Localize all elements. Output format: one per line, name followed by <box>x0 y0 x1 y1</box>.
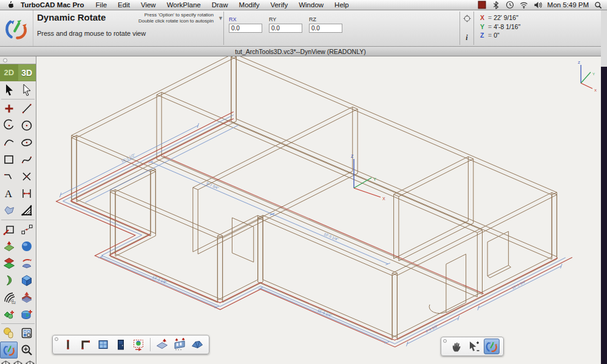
palette-tool-curve-tool[interactable] <box>0 134 18 151</box>
drawing-canvas[interactable]: 16'-1 1/2"9'-7 3/4"10'-5 1/4"10'-1 3/4"4… <box>36 56 601 364</box>
mode-2d-button[interactable]: 2D <box>0 64 18 81</box>
palette-tool-polyline-tool[interactable] <box>0 168 18 185</box>
tool-hint-1: Press 'Option' to specify rotation <box>138 12 214 18</box>
ucs-origin-axes: ZYX <box>351 154 385 201</box>
palette-tool-spline-tool[interactable] <box>18 151 35 168</box>
svg-text:X: X <box>594 89 597 92</box>
bluetooth-icon[interactable] <box>492 1 500 9</box>
palette-close-dot[interactable] <box>3 58 7 62</box>
palette-tool-sphere-tool[interactable] <box>18 238 35 255</box>
menu-draw[interactable]: Draw <box>206 1 234 8</box>
view-orientation-axes: ZYX <box>578 61 597 92</box>
time-machine-icon[interactable] <box>506 1 514 9</box>
mode-3d-button[interactable]: 3D <box>18 64 36 81</box>
tool-options-bar: Dynamic Rotate Press 'Option' to specify… <box>0 10 601 47</box>
arch-bar-wallwin-icon[interactable] <box>172 337 188 352</box>
arch-bar-wall-icon[interactable] <box>60 337 76 352</box>
slab-lines <box>56 112 572 347</box>
svg-text:Y: Y <box>373 177 376 181</box>
field-input-rz[interactable] <box>309 24 342 33</box>
palette-tool-grid-tool[interactable] <box>18 325 35 342</box>
arch-bar-slab-icon[interactable] <box>154 337 170 352</box>
palette-tool-hatch-tool[interactable] <box>18 202 35 219</box>
tool-status-text: Press and drag mouse to rotate view <box>37 30 221 37</box>
palette-tool-nodes-tool[interactable] <box>18 221 35 238</box>
coord-y: Y=4'-8 1/16" <box>480 22 520 32</box>
palette-tool-push-tool[interactable] <box>18 289 35 306</box>
nav-bar-zoomsel-icon[interactable] <box>466 339 482 354</box>
svg-text:10'-5 1/4": 10'-5 1/4" <box>324 232 339 242</box>
apple-menu[interactable] <box>4 0 16 10</box>
coord-x: X=22' 9/16" <box>480 13 520 22</box>
dynamic-rotate-icon <box>0 10 33 46</box>
palette-tool-plane-tool[interactable] <box>0 238 18 255</box>
app-menu-title[interactable]: TurboCAD Mac Pro <box>21 1 84 8</box>
spotlight-icon[interactable] <box>594 1 602 9</box>
svg-text:Z: Z <box>351 154 354 158</box>
palette-tool-dim-tool[interactable] <box>18 185 35 202</box>
document-title-bar[interactable]: tut_ArchTools3D.vc3*--DynView (READONLY) <box>0 47 601 56</box>
palette-tool-line-tool[interactable] <box>18 100 35 117</box>
palette-tool-direct-arrow[interactable] <box>18 81 35 98</box>
wifi-icon[interactable] <box>520 1 528 9</box>
apple-icon <box>8 1 13 8</box>
chevron-down-icon[interactable]: ▼ <box>218 15 223 21</box>
svg-text:G2: G2 <box>12 301 16 305</box>
screen-edge-strip <box>601 67 607 364</box>
arch-bar-door-icon[interactable] <box>113 337 129 352</box>
gear-icon[interactable] <box>463 15 471 22</box>
nav-bar-pan-icon[interactable] <box>449 339 464 354</box>
menu-window[interactable]: Window <box>293 1 329 8</box>
menu-file[interactable]: File <box>90 1 113 8</box>
record-icon[interactable] <box>478 1 486 9</box>
palette-tool-select-arrow[interactable] <box>0 81 18 98</box>
arch-bar-window-icon[interactable] <box>95 337 111 352</box>
menu-workplane[interactable]: WorkPlane <box>161 1 206 8</box>
palette-tool-stack-tool[interactable] <box>0 255 18 272</box>
arch-bar-insert-icon[interactable] <box>131 337 146 352</box>
palette-tool-bool-green[interactable] <box>0 306 18 323</box>
view-cube-button-2[interactable] <box>12 359 24 364</box>
menu-view[interactable]: View <box>135 1 161 8</box>
volume-icon[interactable] <box>534 1 542 9</box>
toolbar-handle[interactable] <box>55 337 58 341</box>
svg-text:4'-4 3/8": 4'-4 3/8" <box>425 324 438 333</box>
arch-bar-corner-icon[interactable] <box>78 337 93 352</box>
menu-clock[interactable]: Mon 5:49 PM <box>548 1 589 8</box>
palette-tool-arc-tool[interactable] <box>0 117 18 134</box>
palette-tool-bool-cyl[interactable] <box>18 306 35 323</box>
menu-verify[interactable]: Verify <box>265 1 293 8</box>
palette-tool-plus-tool[interactable] <box>0 100 18 117</box>
menu-modify[interactable]: Modify <box>234 1 265 8</box>
palette-tool-cross-tool[interactable] <box>18 168 35 185</box>
info-icon[interactable]: i <box>466 33 467 42</box>
palette-tool-text-tool[interactable]: A <box>0 185 18 202</box>
palette-tool-box-tool[interactable] <box>18 272 35 289</box>
toolbar-handle[interactable] <box>443 339 447 343</box>
arch-bar-roof-icon[interactable] <box>189 337 205 352</box>
palette-tool-revolve-tool[interactable] <box>18 255 35 272</box>
palette-tool-rotate-tool[interactable] <box>0 342 18 359</box>
view-cube-button-1[interactable] <box>0 359 12 364</box>
palette-tool-zoom-tool[interactable] <box>18 342 35 359</box>
tool-hint-2: Double click rotate icon to autospin <box>138 18 214 24</box>
palette-tool-lathe-tool[interactable] <box>0 272 18 289</box>
coordinate-readout: X=22' 9/16"Y=4'-8 1/16"Z=0" <box>474 10 520 46</box>
palette-tool-circle-tool[interactable] <box>18 117 35 134</box>
palette-tool-rect-tool[interactable] <box>0 151 18 168</box>
view-cube-button-3[interactable] <box>24 359 36 364</box>
field-label-rx: RX <box>229 16 262 22</box>
palette-tool-ellipse-tool[interactable] <box>18 134 35 151</box>
menu-edit[interactable]: Edit <box>112 1 135 8</box>
palette-tool-prims-tool[interactable] <box>0 325 18 342</box>
field-input-ry[interactable] <box>269 24 302 33</box>
palette-tool-transform-tool[interactable] <box>0 221 18 238</box>
palette-tool-curvature-tool[interactable]: G1G2 <box>0 289 18 306</box>
nav-bar-rotate-tool[interactable] <box>484 339 500 354</box>
wall-lines <box>72 56 557 340</box>
field-label-ry: RY <box>269 16 302 22</box>
field-input-rx[interactable] <box>229 24 262 33</box>
document-title: tut_ArchTools3D.vc3*--DynView (READONLY) <box>235 48 366 55</box>
palette-tool-polygon-tool[interactable] <box>0 202 18 219</box>
menu-help[interactable]: Help <box>329 1 354 8</box>
